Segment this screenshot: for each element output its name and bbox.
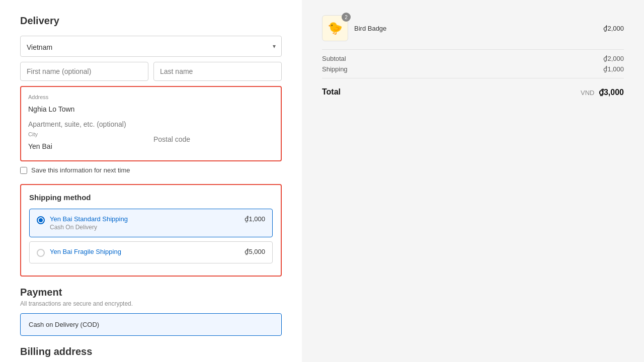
item-name: Bird Badge — [354, 25, 597, 32]
payment-section: Payment All transactions are secure and … — [20, 287, 282, 336]
total-amount: ₫3,000 — [599, 88, 624, 97]
total-line: Total VND ₫3,000 — [322, 83, 624, 97]
item-image: 2 🐤 — [322, 15, 348, 41]
divider-2 — [322, 78, 624, 78]
bird-icon: 🐤 — [328, 21, 343, 35]
apartment-input[interactable] — [28, 116, 274, 131]
address-block: Address City — [20, 86, 282, 161]
save-info-label: Save this information for next time — [31, 166, 130, 174]
address-input[interactable] — [28, 101, 274, 116]
shipping-standard-sub: Cash On Delivery — [50, 224, 245, 231]
postal-col — [153, 131, 274, 153]
shipping-value: ₫1,000 — [603, 65, 624, 73]
payment-method[interactable]: Cash on Delivery (COD) — [20, 313, 282, 336]
postal-input[interactable] — [153, 131, 274, 146]
subtotal-line: Subtotal ₫2,000 — [322, 55, 624, 62]
first-name-input[interactable] — [20, 62, 148, 81]
city-input[interactable] — [28, 138, 148, 153]
total-currency: VND — [581, 89, 594, 97]
shipping-fragile-name: Yen Bai Fragile Shipping — [50, 248, 245, 255]
last-name-input[interactable] — [153, 62, 282, 81]
shipping-line: Shipping ₫1,000 — [322, 65, 624, 73]
city-label: City — [28, 131, 148, 137]
subtotal-label: Subtotal — [322, 55, 346, 62]
shipping-option-standard[interactable]: Yen Bai Standard Shipping Cash On Delive… — [29, 209, 273, 237]
address-label: Address — [28, 94, 274, 100]
radio-standard — [37, 216, 45, 224]
total-label: Total — [322, 87, 341, 97]
name-row — [20, 62, 282, 86]
shipping-block: Shipping method Yen Bai Standard Shippin… — [20, 184, 282, 277]
shipping-option-fragile[interactable]: Yen Bai Fragile Shipping ₫5,000 — [29, 241, 273, 263]
save-info-checkbox[interactable] — [20, 167, 27, 174]
shipping-label: Shipping — [322, 65, 348, 73]
item-price: ₫2,000 — [603, 25, 624, 32]
divider-1 — [322, 49, 624, 50]
subtotal-value: ₫2,000 — [603, 55, 624, 62]
first-name-group — [20, 62, 148, 81]
city-postal-row: City — [28, 131, 274, 153]
shipping-standard-price: ₫1,000 — [245, 215, 265, 223]
total-value: VND ₫3,000 — [581, 87, 624, 97]
city-col: City — [28, 131, 148, 153]
apartment-field-group — [28, 116, 274, 131]
left-panel: Delivery Vietnam ▾ Address City — [0, 0, 302, 362]
radio-fragile — [37, 249, 45, 257]
right-panel: 2 🐤 Bird Badge ₫2,000 Subtotal ₫2,000 Sh… — [302, 0, 644, 362]
payment-subtitle: All transactions are secure and encrypte… — [20, 300, 282, 307]
shipping-option-standard-content: Yen Bai Standard Shipping Cash On Delive… — [50, 215, 245, 231]
country-select[interactable]: Vietnam — [20, 36, 282, 57]
billing-section: Billing address Same as shipping address… — [20, 346, 282, 362]
shipping-title: Shipping method — [29, 193, 273, 202]
address-field-group: Address — [28, 94, 274, 116]
country-group: Vietnam ▾ — [20, 36, 282, 57]
delivery-title: Delivery — [20, 15, 282, 27]
item-badge: 2 — [342, 13, 351, 22]
save-info-row: Save this information for next time — [20, 166, 282, 174]
billing-title: Billing address — [20, 346, 282, 357]
shipping-option-fragile-content: Yen Bai Fragile Shipping — [50, 248, 245, 255]
shipping-fragile-price: ₫5,000 — [245, 248, 265, 255]
shipping-standard-name: Yen Bai Standard Shipping — [50, 215, 245, 223]
order-item: 2 🐤 Bird Badge ₫2,000 — [322, 15, 624, 41]
last-name-group — [153, 62, 282, 81]
payment-title: Payment — [20, 287, 282, 298]
